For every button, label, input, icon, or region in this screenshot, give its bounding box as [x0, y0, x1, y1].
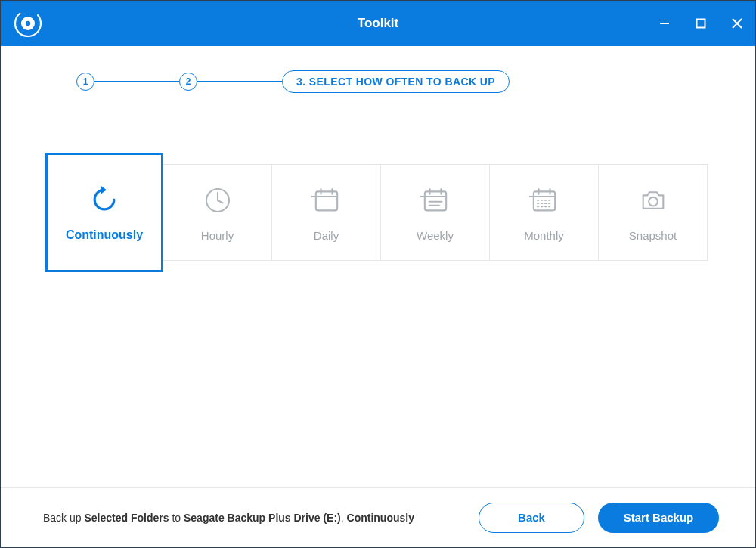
svg-line-10: [218, 200, 223, 203]
wizard-stepper: 1 2 3. SELECT HOW OFTEN TO BACK UP: [76, 70, 755, 93]
calendar-day-icon: [310, 184, 343, 217]
camera-icon: [637, 184, 670, 217]
footer: Back up Selected Folders to Seagate Back…: [1, 487, 755, 547]
option-label: Snapshot: [629, 229, 677, 242]
window-controls: [657, 16, 755, 31]
main-content: 1 2 3. SELECT HOW OFTEN TO BACK UP Conti…: [1, 46, 755, 487]
app-window: Toolkit 1 2 3. SELECT HOW OFTEN TO BACK …: [0, 0, 756, 548]
option-continuously[interactable]: Continuously: [45, 153, 163, 272]
step-2[interactable]: 2: [179, 73, 197, 91]
backup-summary: Back up Selected Folders to Seagate Back…: [43, 512, 414, 524]
continuous-icon: [88, 183, 121, 216]
summary-prefix: Back up: [43, 512, 84, 524]
option-weekly[interactable]: Weekly: [381, 164, 490, 261]
option-label: Monthly: [524, 229, 564, 242]
calendar-month-icon: [528, 184, 561, 217]
option-label: Continuously: [66, 228, 143, 242]
footer-buttons: Back Start Backup: [479, 503, 719, 533]
app-logo-icon: [13, 8, 43, 39]
svg-point-2: [26, 21, 30, 26]
summary-drive: Seagate Backup Plus Drive (E:): [184, 512, 341, 524]
titlebar: Toolkit: [1, 1, 755, 46]
clock-icon: [201, 184, 234, 217]
svg-marker-7: [101, 186, 106, 194]
window-title: Toolkit: [1, 16, 755, 31]
option-monthly[interactable]: Monthly: [490, 164, 599, 261]
option-label: Weekly: [417, 229, 454, 242]
step-line: [197, 81, 282, 82]
svg-point-37: [649, 197, 658, 206]
option-hourly[interactable]: Hourly: [163, 164, 272, 261]
option-label: Hourly: [201, 229, 234, 242]
frequency-options: Continuously Hourly: [45, 164, 711, 261]
step-line: [94, 81, 179, 82]
option-daily[interactable]: Daily: [272, 164, 381, 261]
maximize-button[interactable]: [693, 16, 708, 31]
option-label: Daily: [314, 229, 339, 242]
svg-rect-11: [315, 191, 336, 210]
step-3-current: 3. SELECT HOW OFTEN TO BACK UP: [282, 70, 510, 93]
close-button[interactable]: [730, 16, 745, 31]
calendar-week-icon: [419, 184, 452, 217]
svg-rect-21: [533, 191, 554, 210]
summary-frequency: Continuously: [347, 512, 414, 524]
step-1[interactable]: 1: [76, 73, 94, 91]
option-snapshot[interactable]: Snapshot: [599, 164, 708, 261]
svg-rect-4: [697, 20, 705, 28]
start-backup-button[interactable]: Start Backup: [598, 503, 719, 533]
minimize-button[interactable]: [657, 16, 672, 31]
summary-folders: Selected Folders: [84, 512, 169, 524]
summary-to: to: [169, 512, 184, 524]
summary-sep: ,: [341, 512, 347, 524]
back-button[interactable]: Back: [479, 503, 584, 533]
